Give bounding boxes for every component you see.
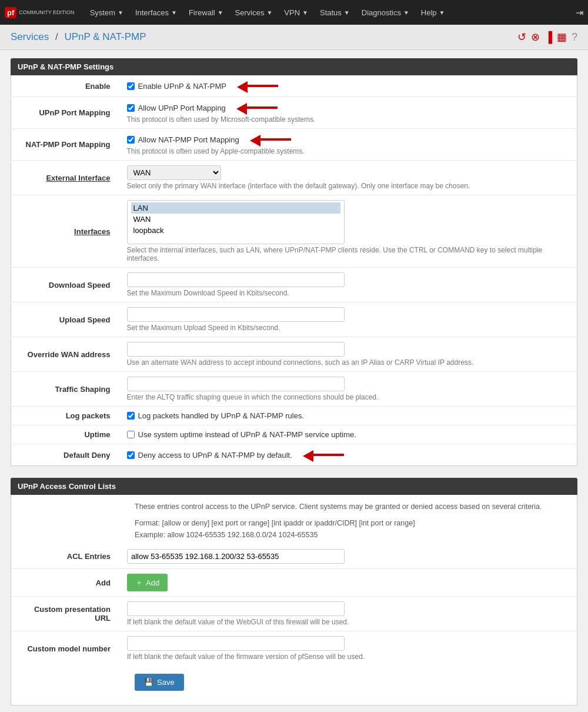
interfaces-listbox[interactable]: LAN WAN loopback — [127, 200, 345, 244]
enable-checkbox[interactable] — [127, 82, 135, 90]
nav-services[interactable]: Services ▼ — [229, 0, 279, 25]
breadcrumb: Services / UPnP & NAT-PMP — [11, 31, 146, 43]
override-wan-input[interactable] — [127, 342, 345, 357]
upnp-port-mapping-row: UPnP Port Mapping Allow UPnP Port Mappin… — [11, 97, 577, 129]
upnp-port-mapping-checkbox-label: Allow UPnP Port Mapping — [138, 104, 226, 112]
settings-table: Enable Enable UPnP & NAT-PMP UPnP Port M… — [11, 75, 577, 466]
external-interface-label: External Interface — [11, 161, 120, 195]
acl-entries-value — [120, 544, 577, 569]
chevron-down-icon: ▼ — [171, 9, 177, 16]
log-packets-checkbox[interactable] — [127, 412, 135, 420]
upnp-port-mapping-help: This protocol is often used by Microsoft… — [127, 115, 570, 124]
external-interface-help: Select only the primary WAN interface (i… — [127, 182, 570, 190]
default-deny-label: Default Deny — [11, 444, 120, 466]
override-wan-label: Override WAN address — [11, 337, 120, 372]
stop-icon[interactable]: ⊗ — [531, 31, 540, 44]
nav-system[interactable]: System ▼ — [84, 0, 129, 25]
log-packets-checkbox-label: Log packets handled by UPnP & NAT-PMP ru… — [138, 411, 305, 420]
logout-icon[interactable]: ⇥ — [576, 8, 583, 18]
reload-icon[interactable]: ↺ — [517, 31, 526, 44]
chevron-down-icon: ▼ — [266, 9, 272, 16]
interfaces-row: Interfaces LAN WAN loopback Select the i… — [11, 195, 577, 268]
external-interface-row: External Interface WAN LAN loopback Sele… — [11, 161, 577, 195]
nat-pmp-port-mapping-value: Allow NAT-PMP Port Mapping This protocol… — [120, 129, 577, 161]
nat-pmp-port-mapping-checkbox-row: Allow NAT-PMP Port Mapping — [127, 134, 570, 145]
chevron-down-icon: ▼ — [403, 9, 409, 16]
navbar-right: ⇥ — [576, 7, 583, 18]
add-row: Add ＋ Add — [11, 569, 577, 597]
nav-diagnostics[interactable]: Diagnostics ▼ — [356, 0, 415, 25]
custom-model-label: Custom model number — [11, 631, 120, 666]
save-icon: 💾 — [144, 678, 153, 687]
nat-pmp-port-mapping-checkbox[interactable] — [127, 136, 135, 144]
upload-speed-input[interactable] — [127, 307, 345, 322]
enable-arrow-annotation — [237, 80, 284, 92]
save-button[interactable]: 💾 Save — [135, 674, 184, 691]
logo-edition: COMMUNITY EDITION — [19, 10, 74, 15]
custom-url-value: If left blank the default value of the W… — [120, 597, 577, 631]
upload-speed-value: Set the Maximum Upload Speed in Kbits/se… — [120, 302, 577, 337]
navbar: pf COMMUNITY EDITION System ▼ Interfaces… — [0, 0, 588, 25]
nat-pmp-port-mapping-help: This protocol is often used by Apple-com… — [127, 147, 570, 155]
chevron-down-icon: ▼ — [302, 9, 308, 16]
nav-status[interactable]: Status ▼ — [314, 0, 356, 25]
logo: pf COMMUNITY EDITION — [5, 7, 75, 18]
breadcrumb-bar: Services / UPnP & NAT-PMP ↺ ⊗ ▐ ▦ ? — [0, 25, 588, 50]
default-deny-checkbox[interactable] — [127, 451, 135, 459]
traffic-shaping-label: Traffic Shaping — [11, 372, 120, 407]
add-button[interactable]: ＋ Add — [127, 574, 168, 591]
nav-interfaces[interactable]: Interfaces ▼ — [129, 0, 183, 25]
custom-url-help: If left blank the default value of the W… — [127, 618, 570, 626]
nav-help[interactable]: Help ▼ — [415, 0, 451, 25]
main-content: UPnP & NAT-PMP Settings Enable Enable UP… — [0, 50, 588, 712]
breadcrumb-separator: / — [55, 31, 58, 42]
chevron-down-icon: ▼ — [118, 9, 123, 16]
default-deny-checkbox-row: Deny access to UPnP & NAT-PMP by default… — [127, 449, 570, 461]
breadcrumb-icons: ↺ ⊗ ▐ ▦ ? — [517, 31, 577, 44]
override-wan-row: Override WAN address Use an alternate WA… — [11, 337, 577, 372]
enable-label: Enable — [11, 75, 120, 97]
calendar-icon[interactable]: ▦ — [557, 31, 567, 44]
acl-desc-line1: These entries control access to the UPnP… — [135, 501, 570, 513]
interfaces-help: Select the internal interfaces, such as … — [127, 246, 570, 262]
uptime-value: Use system uptime instead of UPnP & NAT-… — [120, 425, 577, 444]
interfaces-option-loopback: loopback — [131, 225, 340, 236]
download-speed-input[interactable] — [127, 272, 345, 287]
custom-url-input[interactable] — [127, 601, 345, 616]
acl-entries-input[interactable] — [127, 549, 345, 564]
chevron-down-icon: ▼ — [344, 9, 350, 16]
chart-icon[interactable]: ▐ — [544, 31, 552, 44]
custom-model-input[interactable] — [127, 636, 345, 651]
external-interface-select[interactable]: WAN LAN loopback — [127, 165, 221, 180]
log-packets-row: Log packets Log packets handled by UPnP … — [11, 407, 577, 425]
nav-firewall[interactable]: Firewall ▼ — [183, 0, 229, 25]
upload-speed-help: Set the Maximum Upload Speed in Kbits/se… — [127, 324, 570, 332]
acl-entries-label: ACL Entries — [11, 544, 120, 569]
log-packets-value: Log packets handled by UPnP & NAT-PMP ru… — [120, 407, 577, 425]
upnp-port-mapping-checkbox[interactable] — [127, 104, 135, 112]
settings-section: UPnP & NAT-PMP Settings Enable Enable UP… — [11, 58, 577, 466]
acl-description: These entries control access to the UPnP… — [11, 495, 577, 544]
breadcrumb-services[interactable]: Services — [11, 31, 49, 42]
add-label: Add — [11, 569, 120, 597]
uptime-checkbox[interactable] — [127, 431, 135, 438]
upnp-port-mapping-arrow-annotation — [236, 102, 283, 114]
acl-desc-line2: Format: [allow or deny] [ext port or ran… — [135, 517, 570, 529]
interfaces-option-lan: LAN — [131, 202, 340, 214]
nat-pmp-port-mapping-checkbox-label: Allow NAT-PMP Port Mapping — [138, 135, 239, 144]
default-deny-arrow-annotation — [303, 449, 350, 461]
nav-vpn[interactable]: VPN ▼ — [278, 0, 314, 25]
upload-speed-row: Upload Speed Set the Maximum Upload Spee… — [11, 302, 577, 337]
log-packets-checkbox-row: Log packets handled by UPnP & NAT-PMP ru… — [127, 411, 570, 420]
acl-entries-row: ACL Entries — [11, 544, 577, 569]
enable-checkbox-label: Enable UPnP & NAT-PMP — [138, 82, 227, 91]
default-deny-row: Default Deny Deny access to UPnP & NAT-P… — [11, 444, 577, 466]
enable-row: Enable Enable UPnP & NAT-PMP — [11, 75, 577, 97]
uptime-checkbox-row: Use system uptime instead of UPnP & NAT-… — [127, 430, 570, 439]
settings-section-header: UPnP & NAT-PMP Settings — [11, 58, 577, 75]
override-wan-help: Use an alternate WAN address to accept i… — [127, 358, 570, 367]
help-icon[interactable]: ? — [572, 31, 577, 44]
save-row: 💾 Save — [11, 666, 577, 699]
traffic-shaping-input[interactable] — [127, 377, 345, 391]
custom-model-value: If left blank the default value of the f… — [120, 631, 577, 666]
